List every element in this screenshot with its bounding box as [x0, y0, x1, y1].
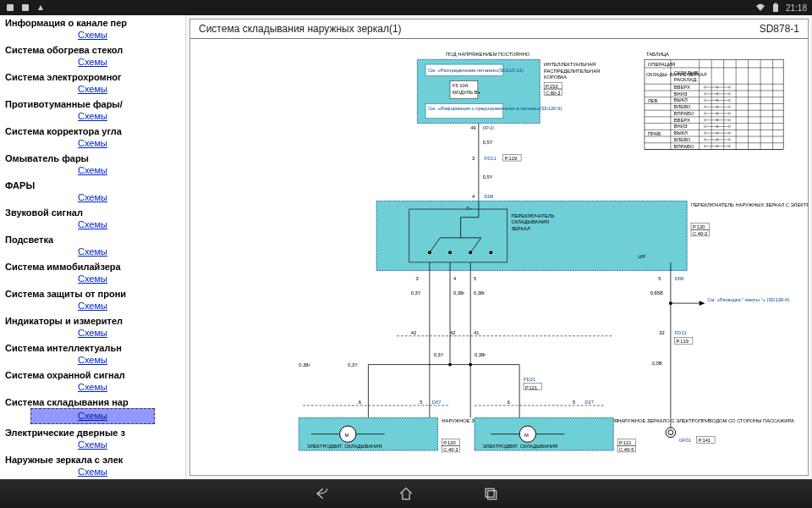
svg-rect-3	[773, 4, 778, 12]
sidebar-link[interactable]: Схемы	[5, 28, 180, 42]
sidebar-link[interactable]: Схемы	[5, 163, 180, 178]
sidebar[interactable]: Информация о канале перСхемыСистема обог…	[0, 15, 186, 479]
svg-text:ПРАВ.: ПРАВ.	[648, 131, 662, 136]
svg-text:5: 5	[573, 400, 575, 405]
sidebar-link[interactable]: Схемы	[5, 82, 180, 97]
svg-text:ЭЛЕКТРОДВИГ.  СКЛАДЫВАНИЯ: ЭЛЕКТРОДВИГ. СКЛАДЫВАНИЯ	[483, 444, 558, 449]
svg-text:0,5Y: 0,5Y	[483, 140, 493, 145]
svg-text:6: 6	[508, 400, 510, 405]
android-nav-bar	[0, 479, 812, 508]
svg-point-121	[666, 428, 676, 438]
svg-text:P.119: P.119	[677, 339, 689, 344]
svg-text:42: 42	[411, 330, 416, 335]
svg-text:РАСКЛАД.: РАСКЛАД.	[674, 77, 698, 82]
sidebar-link[interactable]: Схемы	[5, 245, 180, 259]
svg-text:P.141: P.141	[699, 438, 710, 443]
sidebar-item[interactable]: Система корректора углаСхемы	[0, 124, 185, 151]
sidebar-item[interactable]: Омыватель фарыСхемы	[0, 151, 185, 178]
sidebar-item[interactable]: Система охранной сигналСхемы	[0, 367, 185, 395]
svg-rect-4	[774, 3, 776, 5]
sidebar-item[interactable]: ПодсветкаСхемы	[0, 232, 185, 259]
svg-text:См. «Разводка " массы "» (SD13: См. «Разводка " массы "» (SD130-4)	[707, 297, 789, 302]
svg-text:P.121: P.121	[525, 385, 537, 390]
sidebar-item-label: Наружные зеркала с элек	[5, 455, 180, 465]
android-status-bar: 21:18	[0, 0, 812, 15]
svg-text:ВВЕРХ: ВВЕРХ	[674, 118, 690, 123]
sidebar-item-label: Противотуманные фары/	[5, 99, 180, 109]
recents-button[interactable]	[482, 485, 499, 502]
sidebar-item[interactable]: Звуковой сигналСхемы	[0, 205, 185, 232]
svg-text:0,38r: 0,38r	[475, 352, 486, 357]
sidebar-item[interactable]: ФАРЫСхемы	[0, 178, 185, 205]
home-button[interactable]	[398, 485, 414, 502]
sidebar-item[interactable]: Система складывания нарСхемы	[0, 395, 185, 424]
svg-text:ВЫКЛ.: ВЫКЛ.	[674, 130, 689, 135]
svg-text:ЗЕРКАЛ: ЗЕРКАЛ	[511, 226, 530, 231]
svg-text:ЭЛЕКТРОДВИГ.  СКЛАДЫВАНИЯ: ЭЛЕКТРОДВИГ. СКЛАДЫВАНИЯ	[307, 444, 382, 449]
sidebar-link[interactable]: Схемы	[5, 136, 180, 151]
sidebar-item-label: Система защиты от прони	[5, 289, 180, 299]
svg-point-83	[448, 363, 452, 367]
sidebar-item[interactable]: Электрические дверные зСхемы	[0, 425, 185, 452]
sidebar-link[interactable]: Схемы	[5, 326, 180, 340]
battery-icon	[771, 3, 781, 13]
sidebar-item[interactable]: Система обогрева стеколСхемы	[0, 42, 185, 69]
svg-text:5: 5	[420, 400, 422, 405]
sidebar-item[interactable]: Противотуманные фары/Схемы	[0, 97, 185, 124]
sidebar-link[interactable]: Схемы	[5, 299, 180, 313]
svg-text:P.121: P.121	[619, 440, 631, 445]
sidebar-link[interactable]: Схемы	[5, 353, 180, 367]
svg-text:0,38r: 0,38r	[474, 290, 485, 295]
sidebar-item[interactable]: Система защиты от прониСхемы	[0, 286, 185, 313]
sidebar-link[interactable]: Схемы	[5, 438, 180, 452]
svg-text:C.40-2: C.40-2	[443, 447, 458, 452]
document-header: Система складывания наружных зеркал(1) S…	[190, 19, 808, 39]
sidebar-link[interactable]: Схемы	[5, 190, 180, 205]
back-button[interactable]	[313, 485, 330, 502]
sidebar-link[interactable]: Схемы	[30, 408, 155, 424]
sidebar-item[interactable]: Информация о канале перСхемы	[0, 15, 185, 42]
sidebar-link[interactable]: Схемы	[5, 109, 180, 124]
svg-text:ВНИЗ: ВНИЗ	[674, 91, 688, 97]
svg-marker-66	[700, 301, 705, 306]
operation-table: ТАБЛИЦА ОПЕРАЦИЯ СКЛАДЫ- ВАНИЕ ЗЕРКАЛ СК…	[645, 52, 783, 149]
svg-text:D08: D08	[675, 276, 684, 281]
sidebar-link[interactable]: Схемы	[5, 218, 180, 232]
wiring-diagram[interactable]: ПОД НАПРЯЖЕНИЕМ ПОСТОЯННО См. «Распредел…	[190, 41, 808, 475]
svg-rect-1	[22, 4, 29, 11]
sidebar-item-label: Система охранной сигнал	[5, 370, 180, 380]
svg-marker-2	[38, 5, 43, 10]
svg-text:СКЛАДЫВАНИЯ: СКЛАДЫВАНИЯ	[511, 219, 548, 224]
svg-text:P.119: P.119	[505, 156, 517, 161]
sidebar-link[interactable]: Схемы	[5, 465, 180, 479]
sidebar-link[interactable]: Схемы	[5, 380, 180, 395]
sidebar-item-label: Система интеллектуальн	[5, 343, 180, 353]
svg-text:FD11: FD11	[675, 330, 687, 335]
sidebar-item-label: Звуковой сигнал	[5, 207, 180, 218]
svg-text:ВНИЗ: ВНИЗ	[674, 124, 688, 129]
svg-text:F5 10A: F5 10A	[453, 83, 469, 88]
svg-text:НАРУЖНОЕ  ЗЕРКАЛО С ЭЛЕКТРОПРИ: НАРУЖНОЕ ЗЕРКАЛО С ЭЛЕКТРОПРИВОДОМ СО СТ…	[617, 418, 794, 423]
svg-point-122	[668, 430, 673, 435]
svg-text:ВЫКЛ.: ВЫКЛ.	[674, 97, 689, 102]
svg-rect-0	[7, 4, 14, 11]
sidebar-link[interactable]: Схемы	[5, 55, 180, 69]
sidebar-item-label: Индикаторы и измерител	[5, 316, 180, 326]
svg-text:C.40-5: C.40-5	[619, 447, 634, 452]
app-workarea: Информация о канале перСхемыСистема обог…	[0, 15, 812, 479]
sidebar-item[interactable]: Наружные зеркала с элекСхемы	[0, 452, 185, 479]
sidebar-item[interactable]: Индикаторы и измерителСхемы	[0, 313, 185, 340]
sidebar-link[interactable]: Схемы	[5, 272, 180, 286]
svg-text:См. «Распределение питания»(SD: См. «Распределение питания»(SD110-11)	[428, 68, 524, 73]
notif-icon	[36, 3, 46, 13]
svg-text:ВЛЕВО: ВЛЕВО	[674, 137, 691, 142]
svg-text:КОРОБКА: КОРОБКА	[544, 75, 567, 80]
sidebar-item[interactable]: Система электрохромногСхемы	[0, 69, 185, 97]
sidebar-item[interactable]: Система интеллектуальнСхемы	[0, 340, 185, 367]
svg-text:P.120: P.120	[693, 224, 705, 229]
document-pane: Система складывания наружных зеркал(1) S…	[189, 19, 809, 476]
svg-text:5: 5	[658, 276, 661, 281]
sidebar-item-label: Система обогрева стекол	[5, 45, 180, 55]
sidebar-item[interactable]: Система иммобилайзераСхемы	[0, 259, 185, 286]
svg-text:D07: D07	[432, 400, 442, 405]
